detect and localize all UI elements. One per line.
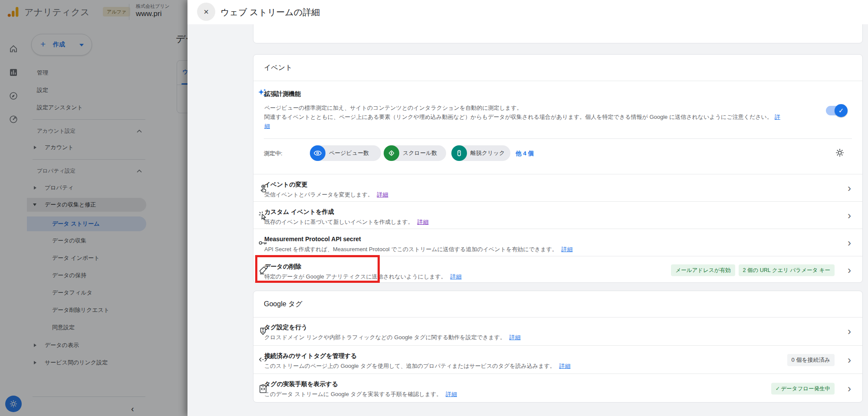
ga4-app: アナリティクス アルファ 株式会社プリン www.pri <box>0 0 868 416</box>
toggle-thumb-check-icon: ✓ <box>835 104 848 117</box>
row-description: クロスドメイン リンクや内部トラフィックなどの Google タグに関する動作を… <box>264 334 521 341</box>
events-section-header: イベント <box>253 55 862 81</box>
connected-count-badge: 0 個を接続済み <box>787 354 835 366</box>
details-link[interactable]: 詳細 <box>450 273 461 280</box>
chip-scrolls[interactable]: スクロール数 <box>384 145 446 161</box>
measuring-label: 測定中: <box>264 150 283 157</box>
google-tag-card: Google タグ G タグ設定を行う クロスドメイン リンクや内部トラフィック… <box>253 291 863 403</box>
google-tag-section-title: Google タグ <box>264 291 302 317</box>
chevron-right-icon: › <box>848 325 851 337</box>
chevron-right-icon: › <box>848 383 851 395</box>
check-icon: ✓ <box>776 386 780 392</box>
enhanced-measurement-title: 拡張計測機能 <box>264 90 301 98</box>
details-link[interactable]: 詳細 <box>510 334 521 341</box>
row-title: Measurement Protocol API secret <box>264 236 361 242</box>
details-link[interactable]: 詳細 <box>446 391 457 397</box>
panel-header: × ウェブ ストリームの詳細 <box>187 0 868 24</box>
details-link[interactable]: 細 <box>264 123 270 129</box>
chevron-right-icon: › <box>848 264 851 276</box>
chip-outbound-clicks[interactable]: 離脱クリック <box>451 145 510 161</box>
close-icon[interactable]: × <box>197 3 215 21</box>
row-modify-events[interactable]: イベントの変更 受信イベントとパラメータを変更します。 詳細 › <box>253 174 862 202</box>
highlight-annotation-box <box>255 255 380 283</box>
gear-icon[interactable] <box>835 147 845 158</box>
row-description: API Secret を作成すれば、Measurement Protocol で… <box>264 246 572 253</box>
row-measurement-protocol-api-secret[interactable]: Measurement Protocol API secret API Secr… <box>253 229 862 256</box>
details-link[interactable]: 詳細 <box>561 246 572 252</box>
web-stream-details-panel: × ウェブ ストリームの詳細 イベント 拡張計測機能 ページビューの標準測定に加… <box>187 0 868 416</box>
google-tag-section-header: Google タグ <box>253 291 862 318</box>
more-events-link[interactable]: 他 4 個 <box>516 150 534 157</box>
status-badge: 2 個の URL クエリ パラメータ キー <box>739 264 835 276</box>
details-link[interactable]: 詳細 <box>559 363 570 369</box>
row-description: このデータ ストリームに Google タグを実装する手順を確認します。 詳細 <box>264 390 457 398</box>
enhanced-measurement-toggle[interactable]: ✓ <box>826 104 847 117</box>
events-section-title: イベント <box>264 55 293 81</box>
chevron-right-icon: › <box>848 237 851 249</box>
details-link[interactable]: 詳細 <box>417 219 428 225</box>
row-description: 受信イベントとパラメータを変更します。 詳細 <box>264 191 388 199</box>
scroll-icon <box>384 145 399 161</box>
status-badge: メールアドレスが有効 <box>671 264 735 276</box>
row-title: タグの実装手順を表示する <box>264 380 338 388</box>
modal-scrim[interactable] <box>0 0 188 416</box>
events-card: イベント 拡張計測機能 ページビューの標準測定に加え、サイトのコンテンツとのイン… <box>253 54 863 283</box>
row-description: このストリームのページ上の Google タグを使用して、追加のプロパティまたは… <box>264 362 570 370</box>
panel-title: ウェブ ストリームの詳細 <box>220 0 320 24</box>
chevron-right-icon: › <box>848 354 851 366</box>
row-status: ✓データフロー発生中 <box>771 383 835 395</box>
eye-icon <box>310 145 326 161</box>
row-title: イベントの変更 <box>264 181 308 189</box>
row-manage-connected-site-tags[interactable]: 接続済みのサイトタグを管理する このストリームのページ上の Google タグを… <box>253 345 862 374</box>
row-status: 0 個を接続済み <box>787 354 835 366</box>
row-view-tag-instructions[interactable]: タグの実装手順を表示する このデータ ストリームに Google タグを実装する… <box>253 373 862 403</box>
details-link[interactable]: 詳 <box>775 114 780 120</box>
row-title: カスタム イベントを作成 <box>264 208 334 216</box>
chevron-right-icon: › <box>848 182 851 194</box>
enhanced-measurement-description: ページビューの標準測定に加え、サイトのコンテンツとのインタラクションを自動的に測… <box>264 103 780 131</box>
mouse-icon <box>451 145 467 161</box>
row-status-badges: メールアドレスが有効 2 個の URL クエリ パラメータ キー <box>671 264 835 276</box>
row-title: 接続済みのサイトタグを管理する <box>264 352 357 360</box>
details-link[interactable]: 詳細 <box>377 191 388 198</box>
divider <box>264 138 852 139</box>
data-flowing-badge: ✓データフロー発生中 <box>771 383 835 395</box>
row-configure-tag-settings[interactable]: G タグ設定を行う クロスドメイン リンクや内部トラフィックなどの Google… <box>253 317 862 345</box>
row-title: タグ設定を行う <box>264 324 307 331</box>
chip-page-views[interactable]: ページビュー数 <box>310 145 381 161</box>
chevron-right-icon: › <box>848 210 851 222</box>
row-description: 既存のイベントに基づいて新しいイベントを作成します。 詳細 <box>264 218 428 226</box>
row-create-custom-events[interactable]: カスタム イベントを作成 既存のイベントに基づいて新しいイベントを作成します。 … <box>253 201 862 229</box>
